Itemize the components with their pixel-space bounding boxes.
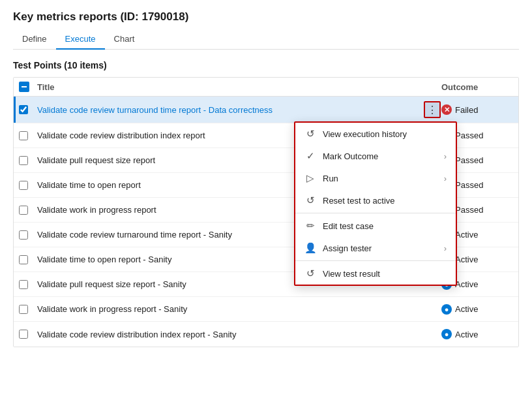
outcome-label-10: Active — [455, 330, 478, 339]
row-checkbox-1[interactable] — [19, 105, 37, 114]
check-icon: ✓ — [304, 150, 316, 162]
row-checkbox-10[interactable] — [19, 330, 37, 339]
person-icon: 👤 — [304, 242, 316, 254]
outcome-label-7: Active — [455, 255, 478, 264]
tab-define[interactable]: Define — [13, 30, 56, 49]
outcome-label-9: Active — [455, 304, 478, 314]
ctx-mark-outcome-label: Mark Outcome — [323, 151, 378, 161]
reset-icon: ↺ — [304, 194, 316, 206]
edit-icon: ✏ — [304, 220, 316, 232]
table-row[interactable]: Validate code review distribution index … — [14, 322, 518, 347]
checkbox-4[interactable] — [19, 181, 28, 190]
context-menu: ↺ View execution history ✓ Mark Outcome … — [294, 121, 457, 286]
table-row[interactable]: Validate code review turnaround time rep… — [14, 97, 518, 123]
row-outcome-9: ● Active — [441, 304, 513, 315]
ctx-view-history[interactable]: ↺ View execution history — [295, 123, 456, 145]
tabs-bar: Define Execute Chart — [13, 30, 519, 50]
header-checkbox-cell — [19, 82, 37, 92]
result-icon: ↺ — [304, 268, 316, 279]
checkbox-8[interactable] — [19, 280, 28, 289]
ctx-edit[interactable]: ✏ Edit test case — [295, 215, 456, 237]
menu-divider-2 — [295, 260, 456, 261]
outcome-label-5: Passed — [455, 205, 483, 215]
table-row[interactable]: Validate work in progress report - Sanit… — [14, 297, 518, 322]
ctx-run[interactable]: ▷ Run › — [295, 167, 456, 189]
ctx-assign[interactable]: 👤 Assign tester › — [295, 237, 456, 259]
ctx-run-label: Run — [323, 174, 338, 183]
arrow-icon-run: › — [444, 174, 447, 183]
outcome-label-3: Passed — [455, 155, 483, 165]
ctx-reset-label: Reset test to active — [323, 196, 395, 206]
page-container: Key metrics reports (ID: 1790018) Define… — [0, 0, 532, 354]
row-checkbox-6[interactable] — [19, 230, 37, 240]
row-checkbox-5[interactable] — [19, 206, 37, 215]
checkbox-2[interactable] — [19, 131, 28, 140]
context-menu-trigger[interactable]: ⋮ — [424, 101, 441, 118]
checkbox-5[interactable] — [19, 206, 28, 215]
row-checkbox-9[interactable] — [19, 305, 37, 314]
outcome-label-6: Active — [455, 230, 478, 240]
row-checkbox-3[interactable] — [19, 156, 37, 165]
outcome-label-2: Passed — [455, 131, 483, 140]
row-actions-1: ⋮ — [423, 101, 441, 118]
table-header: Title Outcome — [14, 78, 518, 97]
row-title-10: Validate code review distribution index … — [37, 330, 423, 339]
row-checkbox-8[interactable] — [19, 280, 37, 289]
history-icon: ↺ — [304, 128, 316, 140]
outcome-label-1: Failed — [455, 105, 478, 115]
row-checkbox-7[interactable] — [19, 255, 37, 264]
outcome-icon-active-10: ● — [441, 329, 452, 339]
outcome-icon-failed: ✕ — [441, 104, 452, 115]
col-outcome-header: Outcome — [441, 82, 513, 92]
outcome-label-8: Active — [455, 279, 478, 289]
ctx-mark-outcome[interactable]: ✓ Mark Outcome › — [295, 145, 456, 167]
arrow-icon-assign: › — [444, 243, 447, 253]
row-checkbox-2[interactable] — [19, 131, 37, 140]
ctx-reset[interactable]: ↺ Reset test to active — [295, 189, 456, 211]
row-outcome-10: ● Active — [441, 329, 513, 339]
play-icon: ▷ — [304, 172, 316, 184]
checkbox-10[interactable] — [19, 330, 28, 339]
arrow-icon-mark: › — [444, 151, 447, 161]
checkbox-9[interactable] — [19, 305, 28, 314]
row-outcome-1: ✕ Failed — [441, 104, 513, 115]
checkbox-7[interactable] — [19, 255, 28, 264]
ctx-view-result-label: View test result — [323, 269, 380, 279]
menu-divider-1 — [295, 213, 456, 213]
ctx-assign-label: Assign tester — [323, 243, 372, 253]
selected-indicator — [14, 97, 16, 123]
ctx-edit-label: Edit test case — [323, 221, 374, 231]
page-title: Key metrics reports (ID: 1790018) — [13, 10, 519, 23]
test-points-table: Title Outcome Validate code review turna… — [13, 77, 519, 347]
tab-chart[interactable]: Chart — [105, 30, 144, 49]
col-title-header: Title — [37, 82, 441, 92]
checkbox-3[interactable] — [19, 156, 28, 165]
tab-execute[interactable]: Execute — [56, 30, 105, 49]
checkbox-1[interactable] — [19, 105, 28, 114]
outcome-icon-active-9: ● — [441, 304, 452, 315]
ctx-view-result[interactable]: ↺ View test result — [295, 262, 456, 285]
ctx-view-history-label: View execution history — [323, 129, 407, 139]
select-all-icon[interactable] — [19, 82, 29, 92]
outcome-label-4: Passed — [455, 180, 483, 190]
row-title-9: Validate work in progress report - Sanit… — [37, 304, 423, 314]
row-checkbox-4[interactable] — [19, 181, 37, 190]
row-title-1: Validate code review turnaround time rep… — [37, 105, 423, 115]
section-title: Test Points (10 items) — [13, 60, 519, 70]
checkbox-6[interactable] — [19, 230, 28, 240]
